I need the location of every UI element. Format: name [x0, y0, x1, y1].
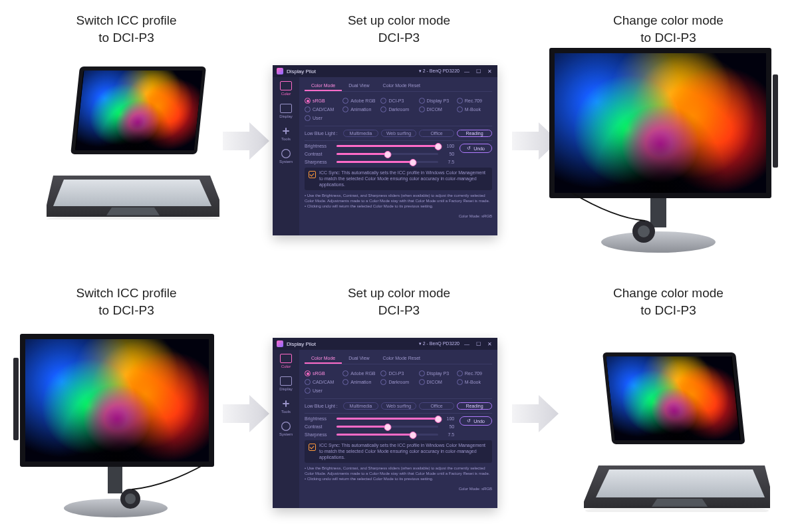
tabs: Color ModeDual ViewColor Mode Reset: [305, 81, 492, 92]
tab-color mode[interactable]: Color Mode: [305, 81, 342, 91]
sidebar-item-color[interactable]: Color: [275, 81, 297, 96]
color-mode-option[interactable]: DICOM: [419, 379, 454, 385]
sidebar-item-system[interactable]: System: [275, 422, 297, 436]
tab-color mode reset[interactable]: Color Mode Reset: [376, 81, 427, 91]
color-mode-label: Rec.709: [465, 98, 482, 103]
monitor-device: [13, 334, 219, 528]
sidebar-item-tools[interactable]: Tools: [275, 399, 297, 414]
color-mode-option[interactable]: User: [305, 115, 340, 121]
monitor-dropdown[interactable]: ▾ 2 - BenQ PD3220: [419, 68, 460, 74]
sidebar-item-label: Display: [279, 114, 293, 118]
slider-sharpness[interactable]: Sharpness 7.5: [305, 160, 454, 164]
color-mode-option[interactable]: DCI-P3: [380, 370, 416, 376]
slider-track[interactable]: [336, 418, 438, 420]
slider-sharpness[interactable]: Sharpness 7.5: [305, 432, 454, 437]
lowblue-option[interactable]: Office: [419, 402, 454, 410]
tab-color mode[interactable]: Color Mode: [305, 354, 342, 364]
radio-icon: [342, 106, 348, 112]
color-mode-option[interactable]: Animation: [342, 106, 378, 112]
color-mode-option[interactable]: User: [305, 388, 340, 394]
radio-icon: [380, 106, 386, 112]
radio-icon: [380, 98, 386, 104]
slider-track[interactable]: [336, 153, 438, 155]
radio-icon: [419, 370, 425, 376]
lowblue-option[interactable]: Multimedia: [343, 130, 378, 137]
slider-contrast[interactable]: Contrast 50: [305, 424, 454, 429]
color-mode-option[interactable]: sRGB: [305, 370, 340, 376]
minimize-button[interactable]: —: [463, 68, 471, 74]
slider-track[interactable]: [336, 145, 438, 147]
undo-button[interactable]: ↺Undo: [460, 416, 492, 426]
color-mode-label: CAD/CAM: [313, 107, 334, 112]
color-mode-option[interactable]: M-Book: [457, 379, 492, 385]
svg-point-14: [638, 225, 650, 237]
monitor-device: [545, 48, 778, 261]
sidebar: Color Display Tools System: [273, 77, 299, 235]
icc-sync-box: ICC Sync: This automatically sets the IC…: [305, 440, 492, 463]
slider-brightness[interactable]: Brightness 100: [305, 416, 454, 421]
tab-color mode reset[interactable]: Color Mode Reset: [376, 354, 427, 364]
app-icon: [277, 340, 283, 347]
color-mode-label: Darkroom: [388, 380, 409, 384]
color-mode-option[interactable]: Darkroom: [380, 379, 416, 385]
maximize-button[interactable]: ☐: [474, 68, 482, 74]
color-mode-option[interactable]: Rec.709: [457, 370, 492, 376]
radio-icon: [342, 379, 348, 385]
color-mode-option[interactable]: Display P3: [419, 98, 454, 104]
sidebar: Color Display Tools System: [273, 350, 299, 508]
footer-status: Color Mode: sRGB: [459, 487, 492, 491]
slider-track[interactable]: [336, 426, 438, 428]
slider-brightness[interactable]: Brightness 100: [305, 144, 454, 148]
app-icon: [277, 68, 283, 74]
slider-value: 100: [442, 416, 454, 421]
lowblue-option[interactable]: Multimedia: [343, 402, 378, 410]
color-mode-option[interactable]: CAD/CAM: [305, 379, 340, 385]
lowblue-option[interactable]: Web surfing: [381, 130, 416, 137]
panel-main: Color ModeDual ViewColor Mode Reset sRGB…: [299, 350, 497, 508]
color-mode-option[interactable]: sRGB: [305, 98, 340, 104]
radio-icon: [419, 98, 425, 104]
color-mode-option[interactable]: M-Book: [457, 106, 492, 112]
color-mode-option[interactable]: Animation: [342, 379, 378, 385]
lowblue-option[interactable]: Reading: [457, 402, 492, 410]
slider-track[interactable]: [336, 161, 438, 163]
sidebar-item-color[interactable]: Color: [275, 354, 297, 368]
color-mode-option[interactable]: Display P3: [419, 370, 454, 376]
color-mode-option[interactable]: Adobe RGB: [342, 370, 378, 376]
close-button[interactable]: ✕: [485, 341, 493, 347]
lowblue-option[interactable]: Reading: [457, 130, 492, 137]
color-mode-grid: sRGBAdobe RGBDCI-P3Display P3Rec.709CAD/…: [305, 95, 492, 122]
sidebar-item-system[interactable]: System: [275, 149, 297, 164]
color-mode-option[interactable]: CAD/CAM: [305, 106, 340, 112]
color-mode-option[interactable]: Rec.709: [457, 98, 492, 104]
sidebar-item-tools[interactable]: Tools: [275, 126, 297, 141]
icc-checkbox[interactable]: [309, 444, 316, 451]
lowblue-option[interactable]: Web surfing: [381, 402, 416, 410]
undo-button[interactable]: ↺Undo: [460, 144, 492, 153]
color-mode-option[interactable]: DICOM: [419, 106, 454, 112]
slider-value: 100: [442, 144, 454, 148]
slider-value: 7.5: [442, 160, 454, 164]
color-mode-label: M-Book: [465, 380, 481, 384]
sidebar-item-display[interactable]: Display: [275, 376, 297, 391]
close-button[interactable]: ✕: [485, 68, 493, 74]
sidebar-item-display[interactable]: Display: [275, 104, 297, 118]
color-mode-label: sRGB: [313, 371, 325, 376]
maximize-button[interactable]: ☐: [474, 341, 482, 347]
color-mode-option[interactable]: DCI-P3: [380, 98, 416, 104]
slider-contrast[interactable]: Contrast 50: [305, 152, 454, 156]
tab-dual view[interactable]: Dual View: [342, 354, 376, 364]
color-mode-label: Adobe RGB: [350, 371, 375, 376]
minimize-button[interactable]: —: [463, 341, 471, 347]
color-mode-option[interactable]: Adobe RGB: [342, 98, 378, 104]
icc-checkbox[interactable]: [309, 171, 316, 178]
label-setup-colormode: Set up color modeDCI-P3: [306, 285, 492, 319]
laptop-device: [584, 352, 770, 512]
tab-dual view[interactable]: Dual View: [342, 81, 376, 91]
monitor-dropdown[interactable]: ▾ 2 - BenQ PD3220: [419, 341, 460, 346]
radio-icon: [457, 370, 463, 376]
slider-track[interactable]: [336, 434, 438, 436]
color-mode-option[interactable]: Darkroom: [380, 106, 416, 112]
color-mode-label: Rec.709: [465, 371, 482, 376]
lowblue-option[interactable]: Office: [419, 130, 454, 137]
